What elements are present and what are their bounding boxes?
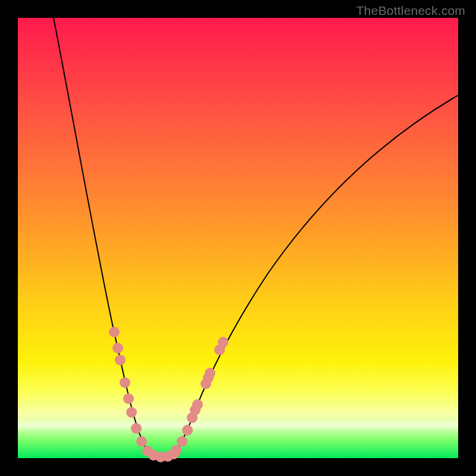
data-dot [123,393,134,404]
data-dot [214,345,225,355]
chart-svg [18,18,458,458]
data-dot [182,425,193,436]
data-dot [126,407,137,418]
data-dot [112,343,123,353]
dot-cluster-bottom [148,449,179,462]
data-dot [168,449,179,459]
left-curve [54,18,155,455]
right-curve [170,95,458,455]
dot-cluster-right [171,337,228,456]
data-dot [109,327,120,337]
data-dot [115,355,126,365]
dot-cluster-left [109,327,153,456]
data-dot [136,436,147,447]
chart-frame: TheBottleneck.com [0,0,476,476]
data-dot [177,436,187,447]
watermark-text: TheBottleneck.com [356,4,465,18]
data-dot [120,377,130,388]
data-dot [187,412,198,423]
data-dot [131,423,142,434]
data-dot [203,372,214,383]
